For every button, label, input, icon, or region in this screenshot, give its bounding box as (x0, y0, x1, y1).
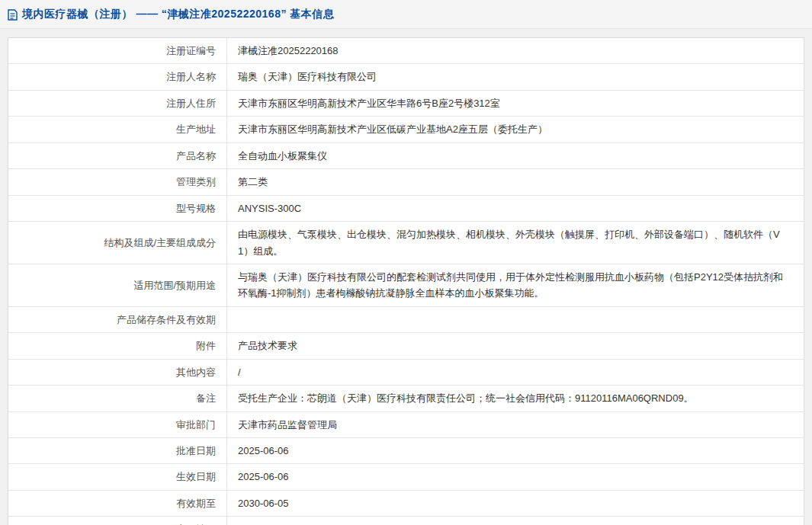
registration-info-table: 注册证编号津械注准20252220168注册人名称瑞奥（天津）医疗科技有限公司注… (8, 37, 804, 525)
row-label: 附件 (8, 333, 227, 358)
row-label: 生效日期 (8, 464, 227, 489)
table-row: 产品储存条件及有效期 (8, 307, 804, 333)
row-label: 型号规格 (8, 196, 227, 221)
table-row: 生产地址天津市东丽区华明高新技术产业区低碳产业基地A2座五层（委托生产） (8, 117, 804, 142)
table-row: 注册证编号津械注准20252220168 (8, 38, 804, 64)
row-label: 生产地址 (8, 117, 227, 142)
row-value: 瑞奥（天津）医疗科技有限公司 (227, 64, 804, 89)
table-row: 审批部门天津市药品监督管理局 (8, 412, 804, 438)
row-label: 注册证编号 (8, 38, 227, 63)
row-value: 2025-06-06 (227, 464, 804, 489)
table-row: 适用范围/预期用途与瑞奥（天津）医疗科技有限公司的配套检测试剂共同使用，用于体外… (8, 264, 804, 307)
table-row: 注册人名称瑞奥（天津）医疗科技有限公司 (8, 64, 804, 90)
row-label: 注册人名称 (8, 64, 227, 89)
row-label: 结构及组成/主要组成成分 (8, 222, 227, 264)
row-value: / (227, 360, 804, 385)
row-label: 审批部门 (8, 412, 227, 437)
row-value (227, 307, 804, 332)
row-value: 2030-06-05 (227, 491, 804, 516)
table-row: 结构及组成/主要组成成分由电源模块、气泵模块、出仓模块、混匀加热模块、相机模块、… (8, 222, 804, 264)
row-value: 天津市东丽区华明高新技术产业区华丰路6号B座2号楼312室 (227, 91, 804, 116)
row-label: 管理类别 (8, 169, 227, 194)
row-label: 产品储存条件及有效期 (8, 307, 227, 332)
row-value: 2025-06-06 (227, 438, 804, 463)
row-value: 津械注准20252220168 (227, 38, 804, 63)
table-row: 生效日期2025-06-06 (8, 464, 804, 490)
table-row: 产品名称全自动血小板聚集仪 (8, 143, 804, 169)
table-row: 备注受托生产企业：芯朗道（天津）医疗科技有限责任公司；统一社会信用代码：9112… (8, 386, 804, 411)
table-row: 有效期至2030-06-05 (8, 491, 804, 517)
table-row: 其他内容/ (8, 360, 804, 386)
row-value: 第二类 (227, 169, 804, 194)
table-row: 附件产品技术要求 (8, 333, 804, 359)
row-value: 全自动血小板聚集仪 (227, 143, 804, 168)
row-value: ANYSIS-300C (227, 196, 804, 221)
row-label: 产品名称 (8, 143, 227, 168)
page-title: 境内医疗器械（注册） —— “津械注准20252220168” 基本信息 (22, 8, 334, 21)
row-label: 有效期至 (8, 491, 227, 516)
page-header: 境内医疗器械（注册） —— “津械注准20252220168” 基本信息 (0, 0, 812, 29)
row-label: 备注 (8, 386, 227, 411)
row-value: 天津市东丽区华明高新技术产业区低碳产业基地A2座五层（委托生产） (227, 117, 804, 142)
row-value: 产品技术要求 (227, 333, 804, 358)
table-row: 批准日期2025-06-06 (8, 438, 804, 464)
row-label: 批准日期 (8, 438, 227, 463)
row-value: 受托生产企业：芯朗道（天津）医疗科技有限责任公司；统一社会信用代码：911201… (227, 386, 804, 411)
row-label: 注册人住所 (8, 91, 227, 116)
row-label: 变更情况 (8, 517, 227, 525)
table-row: 注册人住所天津市东丽区华明高新技术产业区华丰路6号B座2号楼312室 (8, 91, 804, 117)
table-row: 变更情况 (8, 517, 804, 525)
row-value: 与瑞奥（天津）医疗科技有限公司的配套检测试剂共同使用，用于体外定性检测服用抗血小… (227, 264, 804, 306)
document-icon (8, 9, 18, 21)
row-value: 天津市药品监督管理局 (227, 412, 804, 437)
row-label: 适用范围/预期用途 (8, 264, 227, 306)
row-label: 其他内容 (8, 360, 227, 385)
table-row: 管理类别第二类 (8, 169, 804, 195)
table-row: 型号规格ANYSIS-300C (8, 196, 804, 222)
row-value: 由电源模块、气泵模块、出仓模块、混匀加热模块、相机模块、外壳模块（触摸屏、打印机… (227, 222, 804, 264)
row-value (227, 517, 804, 525)
